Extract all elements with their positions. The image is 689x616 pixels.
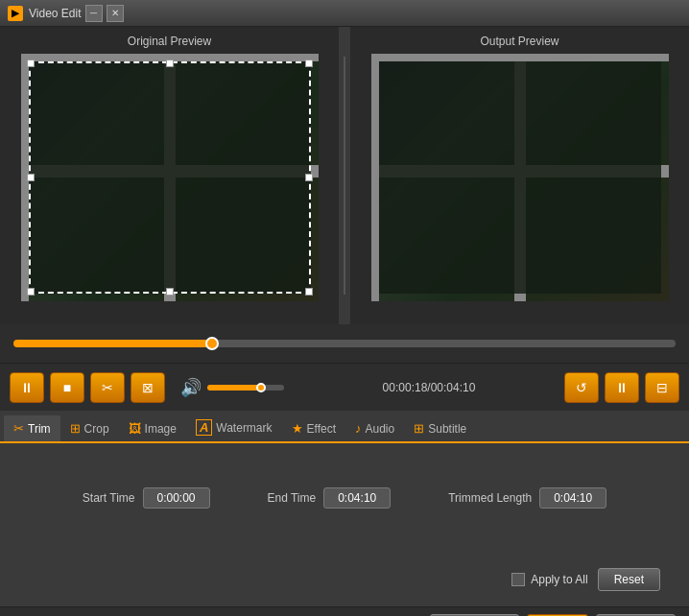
trimmed-length-label: Trimmed Length [448, 491, 532, 505]
watermark-tab-icon: A [196, 419, 212, 436]
end-time-input[interactable] [323, 487, 391, 509]
trimmed-length-field: Trimmed Length [448, 487, 606, 509]
apply-to-all-section: Apply to All [511, 573, 587, 586]
volume-thumb[interactable] [256, 383, 266, 392]
output-preview-label: Output Preview [480, 35, 558, 48]
start-time-field: Start Time [83, 487, 210, 509]
trim-tab-label: Trim [28, 422, 51, 436]
export-button[interactable]: ⊟ [645, 372, 679, 403]
end-time-label: End Time [268, 491, 317, 505]
stop-button[interactable]: ■ [50, 372, 84, 403]
bottom-row: Apply to All Reset [19, 568, 670, 591]
output-preview-canvas [371, 54, 669, 301]
app-icon: ▶ [8, 6, 23, 21]
trim-tab-icon: ✂ [13, 421, 24, 436]
crop-tab-label: Crop [84, 422, 109, 436]
effect-tab-icon: ★ [292, 421, 303, 436]
split-icon: ⊠ [142, 380, 154, 395]
title-bar: ▶ Video Edit ─ ✕ [0, 0, 689, 27]
close-button[interactable]: ✕ [107, 5, 124, 22]
cut-icon: ✂ [102, 380, 113, 395]
timeline-thumb[interactable] [205, 337, 219, 350]
preview-divider [339, 27, 350, 324]
original-video-content [21, 54, 319, 301]
subtitle-tab-icon: ⊞ [414, 421, 424, 436]
time-display: 00:00:18/00:04:10 [299, 381, 558, 394]
audio-tab-label: Audio [366, 422, 395, 436]
tab-audio[interactable]: ♪ Audio [345, 415, 404, 443]
audio-tab-icon: ♪ [355, 421, 362, 436]
reset-button[interactable]: Reset [598, 568, 660, 591]
start-time-input[interactable] [143, 487, 210, 509]
output-video-content [371, 54, 669, 301]
minimize-button[interactable]: ─ [85, 5, 103, 22]
tab-subtitle[interactable]: ⊞ Subtitle [404, 415, 476, 443]
edit-area: Start Time End Time Trimmed Length Apply… [0, 443, 689, 606]
trimmed-length-input[interactable] [539, 487, 606, 509]
volume-section: 🔊 [180, 377, 284, 398]
volume-icon: 🔊 [180, 377, 202, 398]
bars-button[interactable]: ⏸ [605, 372, 639, 403]
tab-image[interactable]: 🖼 Image [119, 415, 186, 443]
time-row: Start Time End Time Trimmed Length [19, 487, 670, 509]
crop-tab-icon: ⊞ [70, 421, 81, 436]
tab-effect[interactable]: ★ Effect [282, 415, 345, 443]
export-icon: ⊟ [656, 380, 668, 395]
original-preview-panel: Original Preview [10, 27, 329, 324]
footer-area: Reset All OK Cancel [0, 606, 689, 616]
split-button[interactable]: ⊠ [131, 372, 165, 403]
effect-tab-label: Effect [307, 422, 336, 436]
original-preview-canvas [21, 54, 319, 301]
controls-area: ⏸ ■ ✂ ⊠ 🔊 00:00:18/00:04:10 ↺ ⏸ ⊟ [0, 363, 689, 411]
preview-area: Original Preview Output Pre [0, 27, 689, 324]
undo-button[interactable]: ↺ [564, 372, 599, 403]
timeline-area[interactable] [0, 324, 689, 363]
apply-to-all-label: Apply to All [531, 573, 587, 586]
stop-icon: ■ [63, 380, 71, 395]
tab-trim[interactable]: ✂ Trim [4, 415, 60, 443]
tabs-area: ✂ Trim ⊞ Crop 🖼 Image A Watermark ★ Effe… [0, 411, 689, 443]
bars-icon: ⏸ [615, 380, 629, 395]
cut-button[interactable]: ✂ [90, 372, 125, 403]
pause-button[interactable]: ⏸ [10, 372, 44, 403]
timeline-bar[interactable] [13, 340, 676, 347]
tab-crop[interactable]: ⊞ Crop [60, 415, 119, 443]
volume-slider[interactable] [207, 385, 284, 391]
title-bar-text: Video Edit [29, 7, 82, 20]
original-preview-label: Original Preview [128, 35, 211, 48]
start-time-label: Start Time [83, 491, 135, 505]
output-preview-panel: Output Preview [360, 27, 679, 324]
watermark-tab-label: Watermark [216, 421, 272, 435]
apply-to-all-checkbox[interactable] [511, 573, 525, 586]
image-tab-label: Image [145, 422, 177, 436]
end-time-field: End Time [268, 487, 392, 509]
tab-watermark[interactable]: A Watermark [186, 414, 282, 443]
image-tab-icon: 🖼 [129, 421, 141, 436]
undo-icon: ↺ [576, 380, 587, 395]
subtitle-tab-label: Subtitle [428, 422, 466, 436]
pause-icon: ⏸ [20, 380, 34, 395]
